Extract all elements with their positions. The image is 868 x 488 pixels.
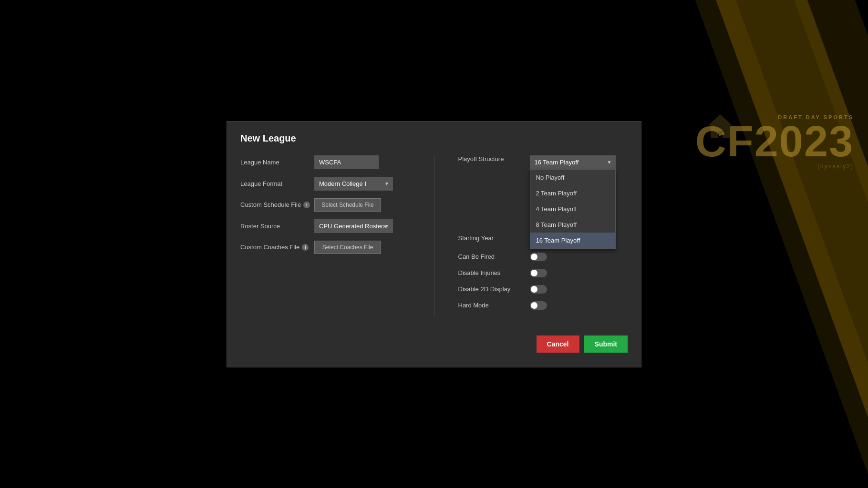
disable-2d-toggle-knob — [531, 286, 537, 293]
hard-mode-toggle-knob — [531, 302, 537, 309]
modal-title: New League — [240, 133, 628, 144]
select-schedule-file-button[interactable]: Select Schedule File — [314, 198, 381, 212]
roster-source-label: Roster Source — [240, 223, 314, 230]
playoff-structure-label: Playoff Structure — [458, 155, 530, 163]
league-format-select[interactable]: Modern College I Modern College II — [314, 177, 393, 191]
disable-injuries-label: Disable Injuries — [458, 269, 530, 276]
starting-year-label: Starting Year — [458, 234, 530, 242]
disable-2d-toggle[interactable] — [530, 285, 547, 294]
hard-mode-toggle-container — [530, 301, 547, 310]
league-format-select-wrapper: Modern College I Modern College II — [314, 177, 393, 191]
roster-source-select-wrapper: CPU Generated Rosters Custom Rosters — [314, 219, 393, 233]
playoff-option-16-team[interactable]: 16 Team Playoff — [530, 233, 615, 248]
custom-coaches-row: Custom Coaches File i Select Coaches Fil… — [240, 241, 410, 254]
can-be-fired-row: Can Be Fired — [458, 253, 628, 261]
custom-coaches-info-icon[interactable]: i — [302, 244, 309, 251]
league-format-row: League Format Modern College I Modern Co… — [240, 177, 410, 191]
disable-2d-toggle-container — [530, 285, 547, 294]
form-divider — [434, 155, 434, 317]
disable-injuries-toggle-container — [530, 269, 547, 277]
new-league-modal: New League League Name League Format Mod… — [227, 121, 641, 367]
playoff-option-no-playoff[interactable]: No Playoff — [530, 170, 615, 185]
roster-source-select[interactable]: CPU Generated Rosters Custom Rosters — [314, 219, 393, 233]
can-be-fired-toggle[interactable] — [530, 253, 547, 261]
league-name-label: League Name — [240, 159, 314, 166]
cancel-button[interactable]: Cancel — [537, 336, 579, 353]
custom-coaches-label: Custom Coaches File i — [240, 244, 314, 251]
select-coaches-file-button[interactable]: Select Coaches File — [314, 241, 381, 254]
disable-injuries-toggle-knob — [531, 270, 537, 276]
disable-2d-label: Disable 2D Display — [458, 285, 530, 293]
league-name-row: League Name — [240, 155, 410, 169]
can-be-fired-label: Can Be Fired — [458, 253, 530, 260]
hard-mode-label: Hard Mode — [458, 302, 530, 309]
playoff-structure-row: Playoff Structure 16 Team Playoff No Pla… — [458, 155, 628, 169]
playoff-structure-button[interactable]: 16 Team Playoff — [530, 155, 616, 169]
can-be-fired-toggle-container — [530, 253, 547, 261]
form-body: League Name League Format Modern College… — [240, 155, 628, 317]
custom-schedule-info-icon[interactable]: i — [303, 202, 310, 208]
disable-injuries-toggle[interactable] — [530, 269, 547, 277]
league-format-label: League Format — [240, 180, 314, 187]
disable-injuries-row: Disable Injuries — [458, 269, 628, 277]
can-be-fired-toggle-knob — [531, 254, 537, 260]
league-name-input[interactable] — [314, 155, 379, 169]
submit-button[interactable]: Submit — [584, 336, 628, 353]
form-right: Playoff Structure 16 Team Playoff No Pla… — [458, 155, 628, 317]
custom-schedule-row: Custom Schedule File i Select Schedule F… — [240, 198, 410, 212]
playoff-option-2-team[interactable]: 2 Team Playoff — [530, 185, 615, 201]
modal-footer: Cancel Submit — [240, 331, 628, 353]
playoff-option-4-team[interactable]: 4 Team Playoff — [530, 201, 615, 217]
playoff-structure-control: 16 Team Playoff No Playoff 2 Team Playof… — [530, 155, 616, 169]
hard-mode-row: Hard Mode — [458, 301, 628, 310]
disable-2d-row: Disable 2D Display — [458, 285, 628, 294]
hard-mode-toggle[interactable] — [530, 301, 547, 310]
playoff-dropdown: No Playoff 2 Team Playoff 4 Team Playoff… — [530, 169, 616, 249]
playoff-option-8-team[interactable]: 8 Team Playoff — [530, 217, 615, 233]
modal-overlay: New League League Name League Format Mod… — [0, 0, 868, 488]
custom-schedule-label: Custom Schedule File i — [240, 201, 314, 208]
roster-source-row: Roster Source CPU Generated Rosters Cust… — [240, 219, 410, 233]
form-left: League Name League Format Modern College… — [240, 155, 410, 317]
